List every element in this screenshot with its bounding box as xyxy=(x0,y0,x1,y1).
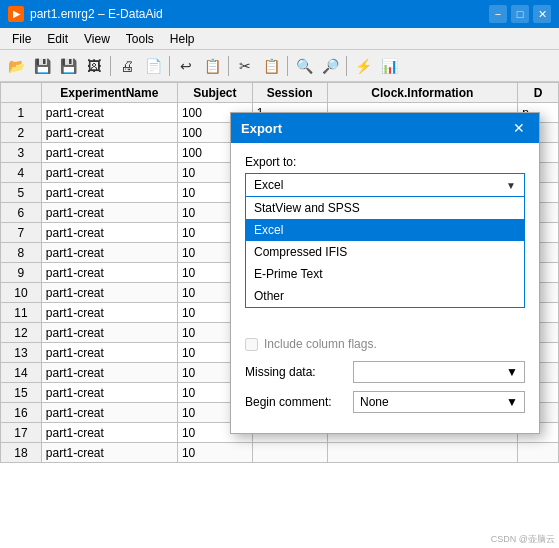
cell-experiment: part1-creat xyxy=(41,243,177,263)
option-statview[interactable]: StatView and SPSS xyxy=(246,197,524,219)
cell-experiment: part1-creat xyxy=(41,303,177,323)
cell-experiment: part1-creat xyxy=(41,283,177,303)
table-container: ExperimentName Subject Session Clock.Inf… xyxy=(0,82,559,548)
toolbar-preview[interactable]: 📄 xyxy=(141,54,165,78)
begin-comment-row: Begin comment: None ▼ xyxy=(245,391,525,413)
toolbar-image[interactable]: 🖼 xyxy=(82,54,106,78)
window-title: part1.emrg2 – E-DataAid xyxy=(30,7,163,21)
missing-data-row: Missing data: ▼ xyxy=(245,361,525,383)
col-header-experiment[interactable]: ExperimentName xyxy=(41,83,177,103)
missing-data-dropdown[interactable]: ▼ xyxy=(353,361,525,383)
cell-experiment: part1-creat xyxy=(41,383,177,403)
cell-experiment: part1-creat xyxy=(41,203,177,223)
missing-data-label: Missing data: xyxy=(245,365,345,379)
menu-bar: File Edit View Tools Help xyxy=(0,28,559,50)
cell-rownum: 6 xyxy=(1,203,42,223)
toolbar-sep4 xyxy=(287,56,288,76)
dialog-title-bar: Export ✕ xyxy=(231,113,539,143)
col-header-clock[interactable]: Clock.Information xyxy=(327,83,518,103)
col-header-subject[interactable]: Subject xyxy=(177,83,252,103)
begin-comment-dropdown[interactable]: None ▼ xyxy=(353,391,525,413)
cell-rownum: 8 xyxy=(1,243,42,263)
toolbar-copy[interactable]: 📋 xyxy=(200,54,224,78)
col-header-d[interactable]: D xyxy=(518,83,559,103)
cell-experiment: part1-creat xyxy=(41,103,177,123)
window-controls[interactable]: − □ ✕ xyxy=(489,5,551,23)
toolbar-open[interactable]: 📂 xyxy=(4,54,28,78)
export-dropdown-list: StatView and SPSS Excel Compressed IFIS … xyxy=(245,197,525,308)
toolbar-print[interactable]: 🖨 xyxy=(115,54,139,78)
cell-rownum: 17 xyxy=(1,423,42,443)
cell-experiment: part1-creat xyxy=(41,403,177,423)
missing-data-arrow-icon: ▼ xyxy=(506,365,518,379)
cell-d xyxy=(518,443,559,463)
cell-experiment: part1-creat xyxy=(41,163,177,183)
cell-rownum: 15 xyxy=(1,383,42,403)
option-excel[interactable]: Excel xyxy=(246,219,524,241)
cell-experiment: part1-creat xyxy=(41,123,177,143)
checkbox-label: Include column flags. xyxy=(264,337,377,351)
cell-clock xyxy=(327,443,518,463)
cell-rownum: 4 xyxy=(1,163,42,183)
cell-rownum: 18 xyxy=(1,443,42,463)
cell-experiment: part1-creat xyxy=(41,143,177,163)
option-eprime[interactable]: E-Prime Text xyxy=(246,263,524,285)
menu-file[interactable]: File xyxy=(4,30,39,48)
cell-rownum: 14 xyxy=(1,363,42,383)
toolbar-chart[interactable]: 📊 xyxy=(377,54,401,78)
col-header-rownum xyxy=(1,83,42,103)
toolbar-undo[interactable]: ↩ xyxy=(174,54,198,78)
cell-experiment: part1-creat xyxy=(41,183,177,203)
dialog-body: Export to: Excel ▼ StatView and SPSS Exc… xyxy=(231,143,539,433)
cell-experiment: part1-creat xyxy=(41,323,177,343)
export-dropdown-value: Excel xyxy=(254,178,283,192)
toolbar-sep2 xyxy=(169,56,170,76)
dropdown-arrow-icon: ▼ xyxy=(506,180,516,191)
cell-rownum: 16 xyxy=(1,403,42,423)
toolbar-sep3 xyxy=(228,56,229,76)
export-to-label: Export to: xyxy=(245,155,525,169)
minimize-button[interactable]: − xyxy=(489,5,507,23)
cell-rownum: 9 xyxy=(1,263,42,283)
cell-rownum: 13 xyxy=(1,343,42,363)
menu-view[interactable]: View xyxy=(76,30,118,48)
dialog-close-button[interactable]: ✕ xyxy=(509,118,529,138)
menu-help[interactable]: Help xyxy=(162,30,203,48)
begin-comment-value: None xyxy=(360,395,389,409)
title-bar-left: ▶ part1.emrg2 – E-DataAid xyxy=(8,6,163,22)
toolbar-search2[interactable]: 🔎 xyxy=(318,54,342,78)
cell-rownum: 11 xyxy=(1,303,42,323)
cell-experiment: part1-creat xyxy=(41,363,177,383)
cell-rownum: 3 xyxy=(1,143,42,163)
cell-rownum: 7 xyxy=(1,223,42,243)
toolbar-save[interactable]: 💾 xyxy=(30,54,54,78)
menu-edit[interactable]: Edit xyxy=(39,30,76,48)
toolbar-save2[interactable]: 💾 xyxy=(56,54,80,78)
title-bar: ▶ part1.emrg2 – E-DataAid − □ ✕ xyxy=(0,0,559,28)
toolbar-cut[interactable]: ✂ xyxy=(233,54,257,78)
cell-rownum: 10 xyxy=(1,283,42,303)
watermark: CSDN @壶脑云 xyxy=(491,533,555,546)
maximize-button[interactable]: □ xyxy=(511,5,529,23)
option-compressed[interactable]: Compressed IFIS xyxy=(246,241,524,263)
cell-rownum: 5 xyxy=(1,183,42,203)
export-dropdown-selected[interactable]: Excel ▼ xyxy=(245,173,525,197)
export-dropdown-container: Excel ▼ StatView and SPSS Excel Compress… xyxy=(245,173,525,197)
table-row[interactable]: 18 part1-creat 10 xyxy=(1,443,559,463)
cell-experiment: part1-creat xyxy=(41,343,177,363)
cell-rownum: 12 xyxy=(1,323,42,343)
close-button[interactable]: ✕ xyxy=(533,5,551,23)
checkbox-row: Include column flags. xyxy=(245,337,525,351)
cell-experiment: part1-creat xyxy=(41,263,177,283)
toolbar-flash[interactable]: ⚡ xyxy=(351,54,375,78)
toolbar-search[interactable]: 🔍 xyxy=(292,54,316,78)
toolbar: 📂 💾 💾 🖼 🖨 📄 ↩ 📋 ✂ 📋 🔍 🔎 ⚡ 📊 xyxy=(0,50,559,82)
app-icon: ▶ xyxy=(8,6,24,22)
menu-tools[interactable]: Tools xyxy=(118,30,162,48)
col-header-session[interactable]: Session xyxy=(252,83,327,103)
toolbar-paste[interactable]: 📋 xyxy=(259,54,283,78)
toolbar-sep5 xyxy=(346,56,347,76)
include-flags-checkbox[interactable] xyxy=(245,338,258,351)
option-other[interactable]: Other xyxy=(246,285,524,307)
begin-comment-label: Begin comment: xyxy=(245,395,345,409)
